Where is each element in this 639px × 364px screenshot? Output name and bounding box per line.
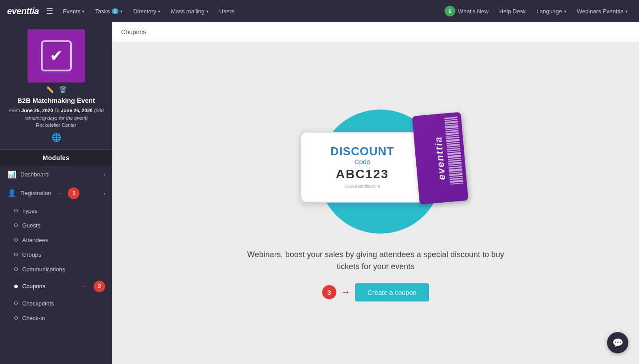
sidebar-sub-groups[interactable]: Groups — [0, 247, 112, 262]
sidebar: ✔ ✏️ 🗑️ B2B Matchmaking Event From June … — [0, 22, 112, 364]
webinars-label: Webinars Eventtia — [577, 8, 623, 15]
nav-directory-label: Directory — [133, 8, 156, 15]
content-area: Coupons DISCOUNT Code ABC123 www.eventti… — [112, 22, 639, 364]
barcode-line — [446, 139, 459, 142]
nav-directory[interactable]: Directory ▾ — [129, 5, 165, 17]
chat-button[interactable]: 💬 — [607, 332, 628, 353]
barcode-line — [445, 130, 458, 133]
sub-dot-icon — [14, 267, 18, 271]
coupon-desc-line2: tickets for your events — [337, 262, 414, 271]
registration-label: Registration — [20, 190, 51, 196]
annotation-1-badge: 1 — [68, 188, 79, 199]
coupon-card-url: www.eventtia.com — [344, 184, 380, 189]
barcode-line — [445, 125, 458, 129]
barcode-line — [447, 154, 461, 158]
barcode-line — [446, 137, 459, 139]
nav-events-label: Events — [63, 8, 81, 15]
edit-icon[interactable]: ✏️ — [46, 86, 54, 93]
chevron-down-icon: ▾ — [206, 9, 209, 14]
sub-dot-icon — [14, 316, 18, 320]
event-date-to: June 26, 2020 — [61, 108, 93, 113]
chevron-right-icon: › — [103, 191, 105, 196]
barcode-line — [449, 173, 462, 176]
topnav: eventtia ☰ Events ▾ Tasks 0 ▾ Directory … — [0, 0, 639, 22]
event-actions: ✏️ 🗑️ — [46, 86, 67, 93]
annotation-arrow-icon: ← — [56, 190, 63, 197]
main-content: DISCOUNT Code ABC123 www.eventtia.com — [112, 42, 639, 364]
sub-dot-icon — [14, 209, 18, 212]
attendees-label: Attendees — [22, 237, 48, 243]
language-label: Language — [536, 8, 562, 15]
registration-icon: 👤 — [7, 189, 17, 197]
barcode-line — [447, 148, 460, 150]
dashboard-label: Dashboard — [20, 171, 49, 178]
guests-label: Guests — [22, 222, 40, 229]
modules-header: Modules — [0, 150, 112, 166]
sidebar-sub-guests[interactable]: Guests — [0, 218, 112, 233]
barcode-line — [448, 159, 461, 162]
sub-dot-icon — [14, 285, 18, 288]
event-card: ✔ ✏️ 🗑️ B2B Matchmaking Event From June … — [0, 22, 112, 150]
chevron-down-icon: ▾ — [82, 9, 84, 14]
dashboard-icon: 📊 — [7, 170, 17, 179]
sidebar-item-dashboard[interactable]: 📊 Dashboard › — [0, 166, 112, 183]
coupons-label: Coupons — [22, 283, 45, 290]
barcode-line — [446, 144, 460, 147]
chevron-down-icon: ▾ — [120, 9, 122, 14]
barcode-line — [448, 161, 461, 164]
coupon-illustration: DISCOUNT Code ABC123 www.eventtia.com — [283, 105, 469, 238]
breadcrumb: Coupons — [112, 22, 639, 42]
barcode-line — [446, 132, 459, 135]
barcode-line — [449, 168, 462, 172]
annotation-2-badge: 2 — [94, 281, 105, 292]
hamburger-icon[interactable]: ☰ — [46, 6, 53, 16]
delete-icon[interactable]: 🗑️ — [59, 86, 67, 93]
coupon-desc-line1: Webinars, boost your sales by giving att… — [247, 250, 504, 259]
chevron-right-icon: › — [103, 172, 105, 177]
sidebar-sub-checkpoints[interactable]: Checkpoints — [0, 296, 112, 311]
sidebar-sub-checkin[interactable]: Check-in — [0, 311, 112, 325]
sidebar-sub-attendees[interactable]: Attendees — [0, 233, 112, 247]
help-desk-button[interactable]: Help Desk — [495, 5, 530, 17]
topnav-right: 6 What's New Help Desk Language ▾ Webina… — [440, 3, 632, 19]
sub-dot-icon — [14, 238, 18, 242]
nav-tasks-label: Tasks — [95, 8, 110, 15]
barcode — [444, 117, 465, 197]
event-logo-inner: ✔ — [41, 40, 72, 71]
sidebar-sub-communications[interactable]: Communications — [0, 262, 112, 277]
whats-new-button[interactable]: 6 What's New — [440, 3, 493, 19]
event-dates: From June 25, 2020 To June 26, 2020 (288… — [7, 107, 105, 129]
barcode-line — [448, 166, 462, 168]
chevron-down-icon: ▾ — [158, 9, 160, 14]
ticket-text: eventtia — [432, 136, 448, 180]
event-date-from: June 25, 2020 — [21, 108, 53, 113]
nav-events[interactable]: Events ▾ — [59, 5, 89, 17]
nav-users[interactable]: Users — [215, 5, 239, 17]
create-coupon-button[interactable]: Create a coupon — [355, 283, 429, 301]
coupon-description: Webinars, boost your sales by giving att… — [247, 249, 504, 273]
main-layout: ✔ ✏️ 🗑️ B2B Matchmaking Event From June … — [0, 22, 639, 364]
sidebar-item-registration[interactable]: 👤 Registration ← 1 › — [0, 183, 112, 204]
barcode-line — [444, 117, 458, 119]
annotation-arrow-icon: → — [341, 286, 351, 298]
annotation-arrow-icon: ← — [81, 283, 87, 290]
webinars-button[interactable]: Webinars Eventtia ▾ — [572, 5, 632, 17]
language-button[interactable]: Language ▾ — [532, 5, 571, 17]
nav-tasks[interactable]: Tasks 0 ▾ — [91, 5, 127, 17]
barcode-line — [450, 180, 463, 183]
event-logo: ✔ — [28, 29, 85, 82]
coupon-ticket: eventtia — [412, 112, 468, 204]
nav-mass-mailing[interactable]: Mass mailing ▾ — [166, 5, 213, 17]
chat-icon: 💬 — [612, 337, 623, 348]
whats-new-label: What's New — [458, 8, 489, 15]
nav-mass-mailing-label: Mass mailing — [171, 8, 205, 15]
checkmark-icon: ✔ — [50, 47, 63, 65]
sub-dot-icon — [14, 253, 18, 256]
annotation-3-badge: 3 — [322, 285, 336, 299]
coupon-card: DISCOUNT Code ABC123 www.eventtia.com — [300, 132, 425, 203]
coupon-card-title: DISCOUNT — [331, 145, 394, 158]
globe-icon[interactable]: 🌐 — [51, 133, 61, 142]
groups-label: Groups — [22, 251, 41, 258]
sidebar-sub-coupons[interactable]: Coupons ← 2 — [0, 277, 112, 296]
sidebar-sub-types[interactable]: Types — [0, 204, 112, 218]
